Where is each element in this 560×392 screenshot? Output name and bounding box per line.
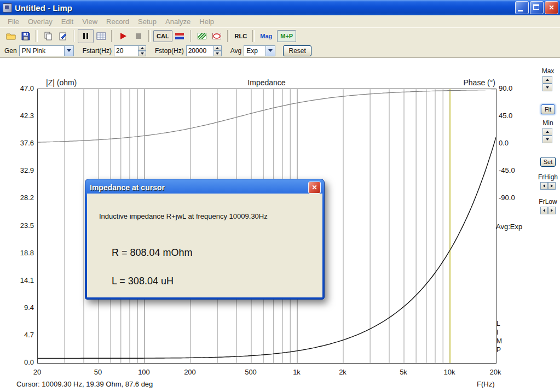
frhigh-stepper [540, 182, 556, 190]
toolbar-separator [252, 30, 255, 42]
arrow-up-icon [216, 47, 219, 49]
rlc-button[interactable]: RLC [232, 31, 250, 42]
reset-button[interactable]: Reset [283, 45, 311, 56]
save-button[interactable] [18, 30, 33, 43]
chart-title: Impedance [247, 78, 285, 87]
close-button[interactable]: ✕ [545, 1, 558, 14]
menu-item-setup[interactable]: Setup [134, 17, 161, 26]
arrow-down-icon [216, 52, 219, 55]
limp-watermark: L I M P [497, 319, 502, 354]
sweep-button[interactable] [210, 30, 224, 43]
fstop-label: Fstop(Hz) [155, 47, 184, 55]
open-folder-icon [6, 32, 16, 40]
generator-value: PN Pink [20, 47, 64, 55]
fstop-input[interactable] [186, 45, 213, 56]
frequency-tick-label: 50 [79, 368, 117, 376]
annotate-button[interactable] [55, 30, 70, 43]
generator-select[interactable]: PN Pink [19, 45, 74, 56]
toolbar-separator [190, 30, 192, 42]
frequency-tick-label: 2k [324, 368, 362, 376]
impedance-at-cursor-dialog: Impedance at cursor ✕ Inductive impedanc… [85, 179, 325, 300]
impedance-tick-label: 18.8 [0, 249, 34, 257]
menu-item-view[interactable]: View [78, 17, 102, 26]
frequency-tick-label: 200 [171, 368, 209, 376]
impedance-tick-label: 23.5 [0, 221, 34, 230]
magnitude-phase-view-button[interactable]: M+P [277, 30, 296, 42]
menu-item-file[interactable]: File [3, 17, 24, 26]
noise-generator-button[interactable] [195, 30, 210, 43]
channel-display-button[interactable] [172, 30, 187, 43]
phase-axis-title: Phase (°) [463, 78, 495, 87]
max-stepper [542, 76, 552, 91]
phase-tick-label: 45.0 [499, 112, 512, 120]
arrow-down-icon [546, 86, 549, 89]
settings-bar: Gen PN Pink Fstart(Hz) Fstop(Hz) Avg Exp… [0, 44, 560, 58]
phase-tick-label: -90.0 [499, 194, 515, 202]
frlow-label: FrLow [537, 198, 559, 206]
red-ellipse-icon [212, 33, 221, 39]
frequency-tick-label: 10k [430, 368, 469, 376]
max-up-button[interactable] [542, 76, 552, 84]
impedance-tick-label: 47.0 [0, 84, 34, 92]
fstop-field [186, 45, 222, 56]
dialog-body: Inductive impedance R+jwL at frequency 1… [87, 194, 322, 297]
dialog-close-button[interactable]: ✕ [308, 182, 321, 194]
toolbar: CAL RLC Mag M+P [0, 27, 560, 44]
avg-select[interactable]: Exp [244, 45, 275, 56]
record-button[interactable] [116, 30, 131, 43]
fstart-field [114, 45, 146, 56]
phase-tick-label: 0.0 [499, 139, 509, 147]
fstart-input[interactable] [114, 45, 138, 56]
arrow-down-icon [141, 52, 144, 55]
stop-icon [136, 33, 141, 39]
impedance-tick-label: 14.1 [0, 276, 34, 284]
impedance-tick-label: 37.6 [0, 139, 34, 147]
menu-item-overlay[interactable]: Overlay [24, 17, 57, 26]
dropdown-button[interactable] [265, 46, 275, 56]
frlow-right-button[interactable] [548, 207, 556, 214]
dropdown-button[interactable] [64, 46, 73, 56]
arrow-up-icon [546, 79, 549, 81]
menu-item-record[interactable]: Record [102, 17, 134, 26]
impedance-axis-title: |Z| (ohm) [46, 78, 77, 87]
copy-icon [44, 32, 53, 40]
table-button[interactable] [94, 30, 108, 43]
menu-item-help[interactable]: Help [195, 17, 218, 26]
frlow-stepper [540, 207, 556, 214]
magnitude-view-button[interactable]: Mag [257, 31, 275, 42]
fstart-down-button[interactable] [138, 51, 146, 56]
frhigh-label: FrHigh [537, 173, 559, 181]
cursor-status-text: Cursor: 10009.30 Hz, 19.39 Ohm, 87.6 deg [16, 380, 153, 388]
max-down-button[interactable] [542, 84, 552, 91]
impedance-tick-label: 28.2 [0, 194, 34, 202]
fstop-up-button[interactable] [213, 45, 222, 51]
frhigh-right-button[interactable] [548, 182, 556, 190]
red-blue-bars-icon [175, 33, 184, 39]
generator-label: Gen [4, 47, 17, 55]
min-down-button[interactable] [542, 136, 552, 143]
frlow-left-button[interactable] [540, 207, 548, 214]
phase-tick-label: -45.0 [499, 166, 515, 174]
min-label: Min [537, 119, 559, 127]
pause-button[interactable] [78, 29, 94, 43]
min-up-button[interactable] [542, 128, 552, 136]
menu-item-edit[interactable]: Edit [57, 17, 78, 26]
frhigh-left-button[interactable] [540, 182, 548, 190]
minimize-button[interactable] [515, 1, 529, 14]
impedance-tick-label: 0.0 [0, 358, 34, 366]
set-button[interactable]: Set [540, 157, 556, 167]
fstop-down-button[interactable] [213, 51, 222, 56]
stop-button[interactable] [131, 30, 146, 43]
dialog-title: Impedance at cursor [90, 183, 165, 192]
frequency-tick-label: 100 [125, 368, 163, 376]
arrow-left-icon [543, 209, 545, 212]
open-button[interactable] [3, 30, 18, 43]
maximize-button[interactable] [530, 1, 544, 14]
fstart-up-button[interactable] [138, 45, 146, 51]
menu-bar: File Overlay Edit View Record Setup Anal… [0, 15, 560, 27]
copy-button[interactable] [41, 30, 55, 43]
dialog-title-bar[interactable]: Impedance at cursor [87, 181, 322, 194]
fit-button[interactable]: Fit [541, 104, 555, 114]
calibrate-button[interactable]: CAL [153, 30, 172, 42]
menu-item-analyze[interactable]: Analyze [161, 17, 195, 26]
